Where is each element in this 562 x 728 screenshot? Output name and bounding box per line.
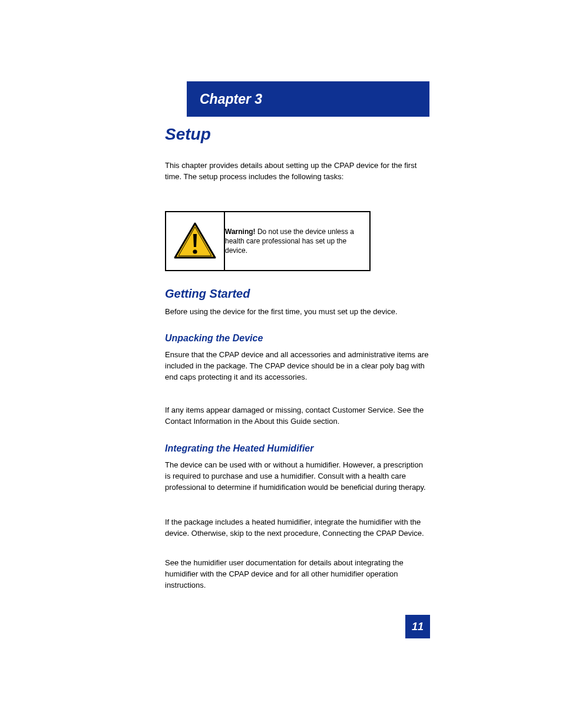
warning-icon-cell: [166, 212, 224, 271]
warning-text-cell: Warning! Do not use the device unless a …: [224, 212, 370, 271]
paragraph-humidifier-3: See the humidifier user documentation fo…: [165, 558, 429, 591]
paragraph-unpacking-1: Ensure that the CPAP device and all acce…: [165, 350, 429, 383]
svg-point-2: [193, 249, 197, 253]
warning-icon: [174, 222, 216, 260]
paragraph-unpacking-2: If any items appear damaged or missing, …: [165, 405, 429, 427]
heading-humidifier: Integrating the Heated Humidifier: [165, 443, 313, 454]
intro-paragraph: This chapter provides details about sett…: [165, 160, 429, 183]
heading-unpacking: Unpacking the Device: [165, 333, 263, 344]
heading-getting-started: Getting Started: [165, 287, 250, 301]
paragraph-getting-started: Before using the device for the first ti…: [165, 307, 429, 318]
page-number: 11: [405, 615, 430, 638]
warning-box: Warning! Do not use the device unless a …: [165, 211, 371, 271]
paragraph-humidifier-2: If the package includes a heated humidif…: [165, 517, 429, 539]
warning-label: Warning!: [225, 228, 256, 236]
chapter-banner: Chapter 3: [187, 81, 429, 117]
page-number-value: 11: [412, 621, 424, 633]
chapter-banner-label: Chapter 3: [200, 91, 262, 107]
paragraph-humidifier-1: The device can be used with or without a…: [165, 460, 429, 493]
chapter-title: Setup: [165, 125, 211, 144]
